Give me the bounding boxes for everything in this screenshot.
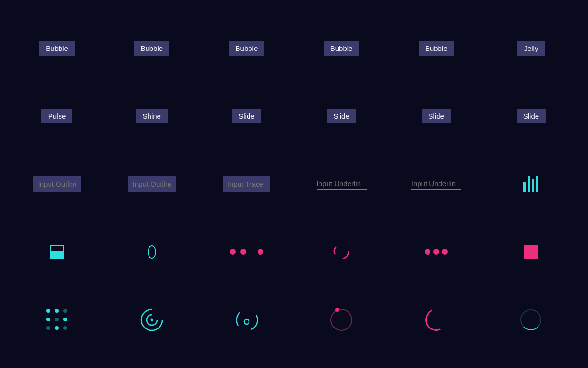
loader-oval-icon: [148, 245, 156, 259]
cell: Bubble: [199, 14, 294, 82]
cell: [484, 150, 578, 218]
cell: [389, 286, 484, 354]
loader-arc-broken-icon: [331, 241, 352, 262]
input-outline-1[interactable]: [33, 176, 81, 192]
cell: [10, 286, 104, 354]
cell: [104, 286, 199, 354]
cell: [389, 150, 484, 218]
cell: [199, 218, 294, 286]
cell: Slide: [199, 82, 294, 150]
svg-point-1: [244, 319, 249, 324]
loader-ring-dot-icon: [330, 309, 352, 331]
cell: [294, 218, 389, 286]
button-slide-1[interactable]: Slide: [232, 109, 261, 123]
cell: Bubble: [389, 14, 484, 82]
cell: [10, 150, 104, 218]
input-underline-1[interactable]: [317, 178, 367, 190]
button-shine[interactable]: Shine: [136, 109, 168, 123]
cell: [199, 286, 294, 354]
input-underline-2[interactable]: [411, 178, 461, 190]
button-bubble-5[interactable]: Bubble: [419, 41, 454, 56]
cell: Shine: [104, 82, 199, 150]
button-bubble-2[interactable]: Bubble: [134, 41, 169, 56]
cell: Pulse: [10, 82, 104, 150]
loader-bars-icon: [523, 176, 538, 192]
cell: Bubble: [104, 14, 199, 82]
button-bubble-3[interactable]: Bubble: [229, 41, 265, 56]
loader-nested-arcs-icon: [139, 307, 165, 333]
loader-orbit-icon: [233, 307, 260, 333]
input-outline-2[interactable]: [128, 176, 176, 192]
loader-dots-gap-icon: [230, 249, 263, 255]
loader-box-fill-icon: [50, 245, 64, 259]
loader-ring-arc-pink-icon: [422, 306, 450, 334]
cell: [294, 150, 389, 218]
cell: [104, 150, 199, 218]
cell: Bubble: [294, 14, 389, 82]
cell: Jelly: [484, 14, 578, 82]
cell: Slide: [294, 82, 389, 150]
cell: [10, 218, 104, 286]
button-bubble-4[interactable]: Bubble: [324, 41, 359, 56]
cell: [104, 218, 199, 286]
button-bubble-1[interactable]: Bubble: [39, 41, 75, 56]
svg-point-0: [150, 318, 153, 321]
cell: Slide: [389, 82, 484, 150]
button-slide-4[interactable]: Slide: [517, 109, 546, 123]
cell: [199, 150, 294, 218]
cell: [294, 286, 389, 354]
loader-dot-grid-icon: [46, 309, 68, 331]
button-jelly[interactable]: Jelly: [517, 41, 545, 56]
button-pulse[interactable]: Pulse: [41, 109, 73, 123]
button-slide-3[interactable]: Slide: [422, 109, 451, 123]
loader-dots-row-icon: [425, 249, 448, 255]
component-grid: Bubble Bubble Bubble Bubble Bubble Jelly…: [0, 0, 588, 368]
loader-square-icon: [524, 245, 538, 259]
cell: Slide: [484, 82, 578, 150]
input-trace[interactable]: [223, 176, 270, 192]
cell: Bubble: [10, 14, 104, 82]
cell: [484, 218, 578, 286]
cell: [389, 218, 484, 286]
button-slide-2[interactable]: Slide: [327, 109, 356, 123]
loader-ring-thin-icon: [520, 309, 541, 330]
cell: [484, 286, 578, 354]
